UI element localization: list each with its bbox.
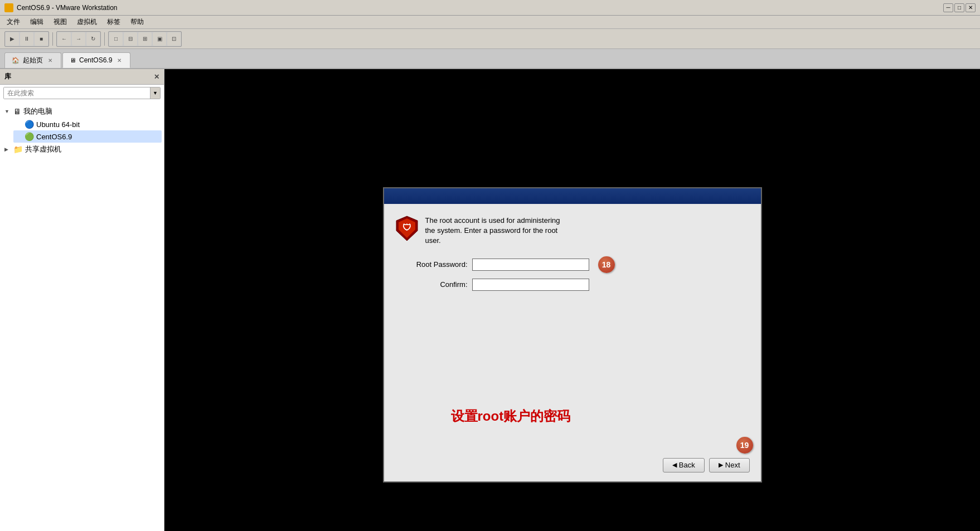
tree-shared-icon: 📁 (13, 145, 23, 154)
toolbar: ▶ ⏸ ■ ← → ↻ □ ⊟ ⊞ ▣ ⊡ (0, 29, 980, 49)
sidebar-close-button[interactable]: ✕ (154, 73, 159, 81)
window-controls[interactable]: ─ □ ✕ (943, 3, 976, 12)
tree-my-computer-label: 我的电脑 (23, 106, 52, 116)
minimize-button[interactable]: ─ (943, 3, 953, 12)
toolbar-group-vm-controls: ▶ ⏸ ■ (4, 31, 49, 47)
badge-19: 19 (736, 437, 753, 454)
toolbar-separator-2 (104, 32, 105, 46)
toolbar-separator-1 (52, 32, 53, 46)
root-password-input[interactable] (472, 259, 589, 271)
back-arrow-icon: ◀ (672, 461, 677, 469)
tab-centos69-label: CentOS6.9 (79, 56, 112, 64)
vm-window: 🛡 The root account is used for administe… (383, 187, 762, 483)
vm-content: 🛡 The root account is used for administe… (384, 204, 761, 481)
tab-centos69[interactable]: 🖥 CentOS6.9 ✕ (62, 52, 130, 68)
form-row-confirm: Confirm: (401, 279, 750, 291)
next-label: Next (725, 461, 740, 469)
toolbar-group-view: □ ⊟ ⊞ ▣ ⊡ (108, 31, 182, 47)
vm-password-form: Root Password: 18 Confirm: (401, 256, 750, 291)
maximize-button[interactable]: □ (954, 3, 964, 12)
titlebar: CentOS6.9 - VMware Workstation ─ □ ✕ (0, 0, 980, 16)
tabbar: 🏠 起始页 ✕ 🖥 CentOS6.9 ✕ (0, 49, 980, 69)
search-box: ▼ (3, 87, 161, 99)
menu-vm[interactable]: 虚拟机 (72, 16, 101, 28)
tree-centos-label: CentOS6.9 (36, 133, 72, 141)
sidebar-header: 库 ✕ (0, 69, 164, 85)
tree-computer-icon: 🖥 (13, 107, 21, 116)
tree-item-centos69[interactable]: 🟢 CentOS6.9 (13, 130, 162, 143)
badge-18: 18 (598, 256, 615, 273)
toolbar-stop-button[interactable]: ■ (35, 32, 48, 46)
toolbar-view1-button[interactable]: □ (109, 32, 123, 46)
tab-centos69-close[interactable]: ✕ (115, 56, 123, 64)
tab-home-close[interactable]: ✕ (46, 57, 54, 65)
tree-children: 🔵 Ubuntu 64-bit 🟢 CentOS6.9 (2, 118, 162, 143)
back-button[interactable]: ◀ Back (663, 458, 705, 472)
vm-screen-area: 🛡 The root account is used for administe… (164, 69, 980, 531)
menu-help[interactable]: 帮助 (126, 16, 148, 28)
sidebar: 库 ✕ ▼ ▼ 🖥 我的电脑 🔵 Ubuntu 64-bit 🟢 (0, 69, 164, 531)
tree-shared-label: 共享虚拟机 (25, 144, 61, 154)
toolbar-view2-button[interactable]: ⊟ (124, 32, 137, 46)
root-password-label: Root Password: (401, 260, 468, 269)
window-title: CentOS6.9 - VMware Workstation (17, 4, 943, 12)
menu-tabs[interactable]: 标签 (103, 16, 125, 28)
vm-header-bar (384, 188, 761, 204)
tree-ubuntu-icon: 🔵 (25, 120, 34, 129)
close-button[interactable]: ✕ (966, 3, 976, 12)
menubar: 文件 编辑 视图 虚拟机 标签 帮助 (0, 16, 980, 29)
vm-description-text: The root account is used for administeri… (425, 215, 560, 245)
confirm-input[interactable] (472, 279, 589, 291)
search-dropdown-button[interactable]: ▼ (150, 87, 160, 99)
tab-home-label: 起始页 (23, 56, 43, 65)
menu-file[interactable]: 文件 (2, 16, 25, 28)
svg-text:🛡: 🛡 (402, 223, 411, 232)
toolbar-view4-button[interactable]: ▣ (153, 32, 166, 46)
tab-home-icon: 🏠 (12, 57, 20, 64)
toolbar-play-button[interactable]: ▶ (6, 32, 19, 46)
back-label: Back (679, 461, 695, 469)
tree-item-ubuntu[interactable]: 🔵 Ubuntu 64-bit (13, 118, 162, 130)
menu-edit[interactable]: 编辑 (26, 16, 48, 28)
tree-expand-icon: ▼ (4, 109, 11, 114)
tree-item-my-computer[interactable]: ▼ 🖥 我的电脑 (2, 105, 162, 118)
next-arrow-icon: ▶ (719, 461, 723, 469)
content-area: 库 ✕ ▼ ▼ 🖥 我的电脑 🔵 Ubuntu 64-bit 🟢 (0, 69, 980, 531)
menu-view[interactable]: 视图 (49, 16, 71, 28)
next-button[interactable]: ▶ Next (709, 458, 750, 472)
vm-navigation-buttons: ◀ Back ▶ Next (663, 458, 750, 472)
tree-centos-icon: 🟢 (25, 132, 34, 141)
tab-home[interactable]: 🏠 起始页 ✕ (4, 52, 61, 68)
tree-ubuntu-label: Ubuntu 64-bit (36, 120, 80, 129)
tab-centos69-icon: 🖥 (70, 57, 76, 64)
confirm-label: Confirm: (401, 280, 468, 289)
toolbar-group-history: ← → ↻ (56, 31, 101, 47)
toolbar-refresh-button[interactable]: ↻ (86, 32, 100, 46)
app-icon (4, 3, 13, 12)
toolbar-view5-button[interactable]: ⊡ (167, 32, 181, 46)
annotation-text: 设置root账户的密码 (451, 407, 571, 425)
search-input[interactable] (4, 87, 150, 99)
toolbar-forward-button[interactable]: → (72, 32, 85, 46)
tree-shared-expand: ▶ (4, 147, 11, 152)
toolbar-view3-button[interactable]: ⊞ (138, 32, 152, 46)
toolbar-back-button[interactable]: ← (57, 32, 71, 46)
tree-item-shared[interactable]: ▶ 📁 共享虚拟机 (2, 143, 162, 156)
form-row-root-password: Root Password: 18 (401, 256, 750, 273)
toolbar-pause-button[interactable]: ⏸ (20, 32, 33, 46)
vm-description-block: 🛡 The root account is used for administe… (395, 215, 750, 245)
shield-icon: 🛡 (395, 215, 419, 242)
vm-tree: ▼ 🖥 我的电脑 🔵 Ubuntu 64-bit 🟢 CentOS6.9 ▶ (0, 101, 164, 159)
vm-description-line: The root account is used for administeri… (425, 216, 560, 245)
sidebar-title: 库 (4, 72, 11, 81)
